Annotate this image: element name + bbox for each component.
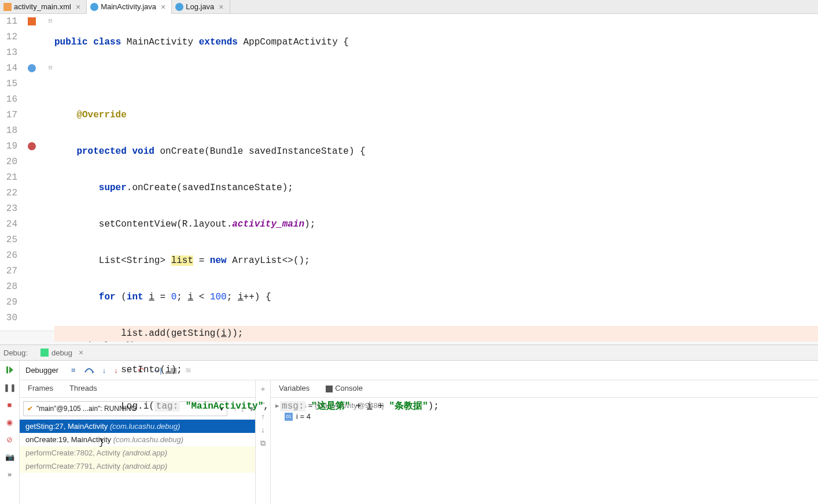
marker-gutter: ⊟ ⊟ (22, 14, 54, 331)
tab-label: Log.java (186, 2, 214, 11)
pause-button[interactable]: ❚❚ (4, 381, 16, 393)
java-class-icon (90, 3, 98, 11)
debug-label: Debug: (3, 349, 28, 357)
mute-breakpoints-button[interactable]: ⊘ (4, 433, 16, 445)
tab-label: activity_main.xml (14, 2, 71, 11)
svg-rect-0 (6, 366, 8, 373)
xml-file-icon (3, 3, 12, 11)
tab-main-activity-java[interactable]: MainActivity.java × (87, 0, 172, 14)
view-breakpoints-button[interactable]: ◉ (4, 416, 16, 428)
code-editor[interactable]: 11121314 15161718 19202122 23242526 2728… (0, 14, 818, 331)
close-icon[interactable]: × (216, 3, 223, 11)
structure-icon (28, 17, 36, 25)
check-icon: ✔ (27, 405, 33, 413)
java-class-icon (175, 3, 183, 11)
more-icon[interactable]: » (4, 468, 16, 480)
editor-tabs: activity_main.xml × MainActivity.java × … (0, 0, 818, 14)
debug-left-toolbar: ❚❚ ■ ◉ ⊘ 📷 » (0, 361, 20, 504)
close-icon[interactable]: × (73, 3, 80, 11)
code-body[interactable]: public class MainActivity extends AppCom… (54, 14, 818, 331)
close-icon[interactable]: × (159, 3, 165, 11)
fold-icon[interactable]: ⊟ (49, 64, 52, 71)
tab-label: MainActivity.java (101, 2, 156, 11)
resume-button[interactable] (4, 364, 16, 376)
svg-marker-1 (9, 366, 13, 373)
stop-button[interactable]: ■ (4, 399, 16, 410)
android-icon (40, 349, 49, 357)
fold-icon[interactable]: ⊟ (49, 17, 52, 24)
tab-activity-main-xml[interactable]: activity_main.xml × (0, 0, 87, 14)
tab-log-java[interactable]: Log.java × (172, 0, 230, 14)
breakpoint-icon[interactable] (28, 142, 36, 150)
debugger-tab[interactable]: Debugger (25, 366, 58, 375)
line-number-gutter: 11121314 15161718 19202122 23242526 2728… (0, 14, 22, 331)
camera-icon[interactable]: 📷 (4, 451, 16, 462)
override-icon[interactable] (28, 64, 36, 72)
